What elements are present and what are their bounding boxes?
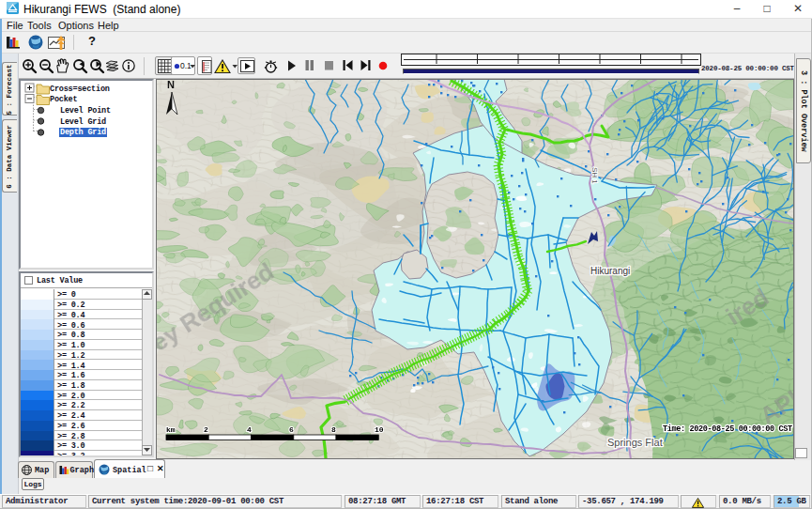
svg-text:Time: 2020-08-25 00:00:00 CST: Time: 2020-08-25 00:00:00 CST <box>663 424 792 434</box>
svg-text:8: 8 <box>331 425 336 434</box>
svg-text:Hikurangi: Hikurangi <box>590 266 630 276</box>
svg-text:km: km <box>166 425 176 434</box>
svg-text:10: 10 <box>375 425 384 434</box>
svg-text:N: N <box>167 80 175 90</box>
svg-text:4: 4 <box>247 425 252 434</box>
svg-text:2: 2 <box>204 425 208 434</box>
svg-text:6: 6 <box>289 425 294 434</box>
svg-text:SH 1: SH 1 <box>590 167 599 184</box>
svg-text:Springs Flat: Springs Flat <box>607 437 663 448</box>
